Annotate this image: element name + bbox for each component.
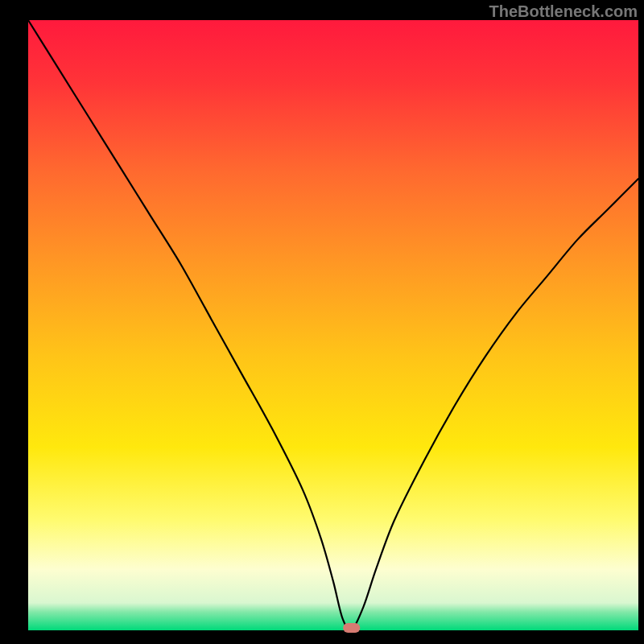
- optimal-point-marker: [343, 623, 360, 633]
- watermark-text: TheBottleneck.com: [489, 2, 638, 21]
- chart-background-gradient: [28, 20, 638, 630]
- bottleneck-chart: [0, 0, 644, 644]
- chart-root: TheBottleneck.com: [0, 0, 644, 644]
